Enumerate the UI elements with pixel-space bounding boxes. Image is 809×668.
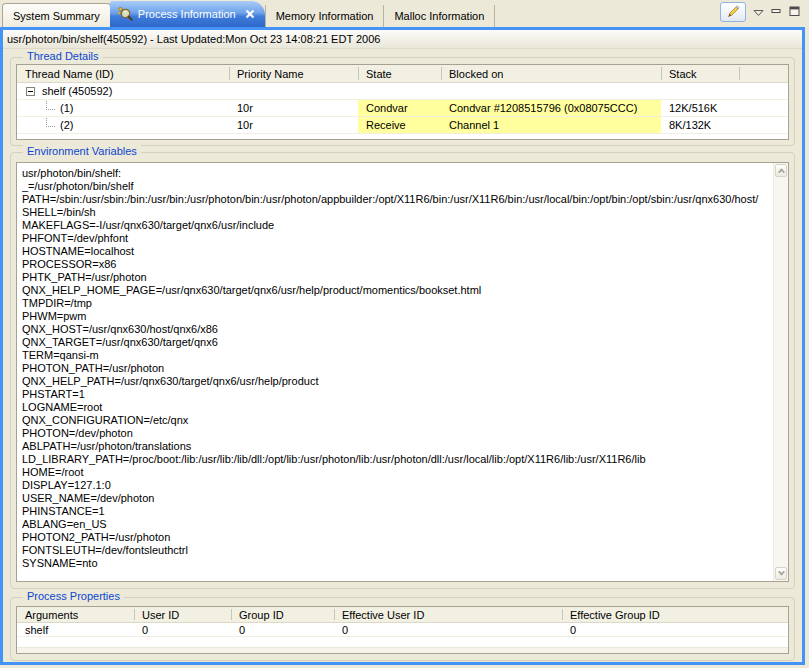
view-menu-chevron-icon[interactable] [753, 6, 764, 18]
env-line: PROCESSOR=x86 [22, 258, 771, 271]
tab-process-information[interactable]: Process Information [110, 1, 265, 27]
env-line: PHOTON2_PATH=/usr/photon [22, 531, 771, 544]
col-user-id[interactable]: User ID [134, 607, 231, 622]
maximize-icon[interactable] [789, 6, 801, 19]
tab-malloc-information[interactable]: Malloc Information [384, 5, 495, 27]
minimize-icon[interactable] [771, 6, 782, 18]
col-stack[interactable]: Stack [661, 65, 739, 82]
env-line: PHSTART=1 [22, 388, 771, 401]
thread-row-2[interactable]: (2) 10r Receive Channel 1 8K/132K [17, 117, 788, 134]
effective-user-id-value: 0 [334, 623, 562, 636]
env-lines: usr/photon/bin/shelf:_=/usr/photon/bin/s… [22, 167, 771, 579]
view-title-bar: usr/photon/bin/shelf(450592) - Last Upda… [3, 30, 802, 49]
thread-table-header: Thread Name (ID) Priority Name State Blo… [17, 65, 788, 83]
tab-label: Memory Information [276, 10, 374, 22]
pencil-icon[interactable] [720, 2, 746, 22]
process-properties-table: Arguments User ID Group ID Effective Use… [16, 606, 789, 654]
thread-blocked-on: Condvar #1208515796 (0x08075CCC) [441, 100, 661, 116]
env-line: HOSTNAME=localhost [22, 245, 771, 258]
env-line: _=/usr/photon/bin/shelf [22, 180, 771, 193]
tab-memory-information[interactable]: Memory Information [265, 5, 385, 27]
thread-name: (2) [60, 119, 73, 131]
environment-variables-label: Environment Variables [23, 145, 141, 157]
view-toolbar [720, 2, 809, 22]
col-effective-group-id[interactable]: Effective Group ID [562, 607, 788, 622]
col-priority-name[interactable]: Priority Name [229, 65, 358, 82]
thread-stack: 12K/516K [661, 100, 739, 116]
thread-table: Thread Name (ID) Priority Name State Blo… [16, 64, 789, 140]
process-row[interactable]: shelf 0 0 0 0 [17, 623, 788, 637]
process-table-header: Arguments User ID Group ID Effective Use… [17, 607, 788, 623]
tree-collapse-icon[interactable] [26, 87, 35, 96]
process-title-text: usr/photon/bin/shelf(450592) - Last Upda… [7, 33, 380, 45]
col-group-id[interactable]: Group ID [231, 607, 334, 622]
process-properties-label: Process Properties [23, 590, 124, 602]
tree-branch-icon [46, 101, 55, 110]
env-line: usr/photon/bin/shelf: [22, 167, 771, 180]
col-empty[interactable] [739, 65, 788, 82]
env-line: PHFONT=/dev/phfont [22, 232, 771, 245]
thread-priority: 10r [229, 117, 358, 133]
env-line: ABLANG=en_US [22, 518, 771, 531]
thread-details-group: Thread Details Thread Name (ID) Priority… [10, 57, 795, 146]
empty-row [17, 647, 788, 654]
env-line: HOME=/root [22, 466, 771, 479]
thread-priority: 10r [229, 100, 358, 116]
env-line: TMPDIR=/tmp [22, 297, 771, 310]
env-line: QNX_TARGET=/usr/qnx630/target/qnx6 [22, 336, 771, 349]
env-line: PHOTON_PATH=/usr/photon [22, 362, 771, 375]
env-line: FONTSLEUTH=/dev/fontsleuthctrl [22, 544, 771, 557]
col-blocked-on[interactable]: Blocked on [441, 65, 661, 82]
thread-details-label: Thread Details [23, 50, 103, 62]
process-info-icon [117, 6, 133, 22]
env-line: QNX_HELP_PATH=/usr/qnx630/target/qnx6/us… [22, 375, 771, 388]
tab-close-icon[interactable] [245, 9, 255, 19]
env-line: PHOTON=/dev/photon [22, 427, 771, 440]
group-id-value: 0 [231, 623, 334, 636]
col-state[interactable]: State [358, 65, 441, 82]
environment-variables-box: usr/photon/bin/shelf:_=/usr/photon/bin/s… [16, 162, 789, 582]
env-line: DISPLAY=127.1:0 [22, 479, 771, 492]
tab-bar: System Summary Process Information Memor… [0, 0, 809, 27]
env-line: TERM=qansi-m [22, 349, 771, 362]
vertical-scrollbar[interactable] [773, 163, 788, 581]
env-line: ABLPATH=/usr/photon/translations [22, 440, 771, 453]
thread-blocked-on: Channel 1 [441, 117, 661, 133]
env-line: PHWM=pwm [22, 310, 771, 323]
env-line: LOGNAME=root [22, 401, 771, 414]
tab-label: System Summary [13, 10, 100, 22]
tree-branch-icon [46, 118, 55, 127]
env-line: SYSNAME=nto [22, 557, 771, 570]
process-properties-group: Process Properties Arguments User ID Gro… [10, 597, 795, 661]
tab-system-summary[interactable]: System Summary [2, 3, 111, 27]
user-id-value: 0 [134, 623, 231, 636]
env-line: PHTK_PATH=/usr/photon [22, 271, 771, 284]
tab-label: Malloc Information [394, 10, 484, 22]
col-arguments[interactable]: Arguments [17, 607, 134, 622]
env-line: QNX_CONFIGURATION=/etc/qnx [22, 414, 771, 427]
thread-row-parent[interactable]: shelf (450592) [17, 83, 788, 100]
thread-row-1[interactable]: (1) 10r Condvar Condvar #1208515796 (0x0… [17, 100, 788, 117]
empty-row [17, 637, 788, 647]
col-effective-user-id[interactable]: Effective User ID [334, 607, 562, 622]
process-information-view: usr/photon/bin/shelf(450592) - Last Upda… [0, 27, 805, 665]
env-line: PATH=/sbin:/usr/sbin:/bin:/usr/bin:/usr/… [22, 193, 771, 206]
scroll-down-icon[interactable] [775, 567, 787, 580]
thread-state: Receive [358, 117, 441, 133]
thread-state: Condvar [358, 100, 441, 116]
thread-name: shelf (450592) [42, 85, 112, 97]
env-line: QNX_HELP_HOME_PAGE=/usr/qnx630/target/qn… [22, 284, 771, 297]
tab-label: Process Information [138, 8, 236, 20]
env-line: QNX_HOST=/usr/qnx630/host/qnx6/x86 [22, 323, 771, 336]
env-line: SHELL=/bin/sh [22, 206, 771, 219]
effective-group-id-value: 0 [562, 623, 788, 636]
thread-name: (1) [60, 102, 73, 114]
scroll-up-icon[interactable] [775, 164, 787, 177]
thread-stack: 8K/132K [661, 117, 739, 133]
col-thread-name[interactable]: Thread Name (ID) [17, 65, 229, 82]
arguments-value: shelf [17, 623, 134, 636]
env-line: LD_LIBRARY_PATH=/proc/boot:/lib:/usr/lib… [22, 453, 771, 466]
env-line: PHINSTANCE=1 [22, 505, 771, 518]
environment-variables-group: Environment Variables usr/photon/bin/she… [10, 152, 795, 589]
env-line: USER_NAME=/dev/photon [22, 492, 771, 505]
